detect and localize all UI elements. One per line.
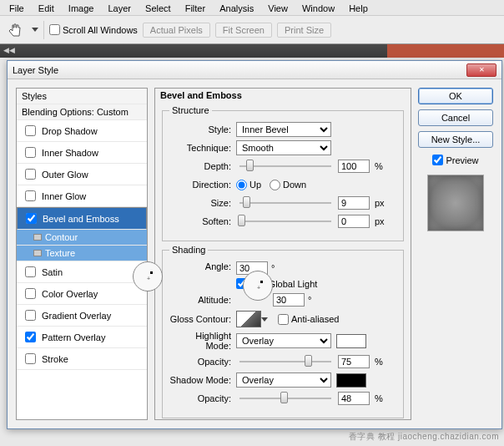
style-texture-sub[interactable]: Texture xyxy=(17,246,147,261)
menu-edit[interactable]: Edit xyxy=(33,2,60,15)
shading-group: Shading Angle: ° Use Global Light + xyxy=(162,245,404,418)
size-input[interactable] xyxy=(338,196,370,210)
depth-input[interactable] xyxy=(338,160,370,173)
size-label: Size: xyxy=(169,198,236,208)
actual-pixels-button[interactable]: Actual Pixels xyxy=(143,23,210,38)
scroll-all-windows-label: Scroll All Windows xyxy=(63,25,138,35)
satin-checkbox[interactable] xyxy=(25,266,36,277)
styles-header[interactable]: Styles xyxy=(17,89,147,104)
highlight-opacity-input[interactable] xyxy=(338,355,370,368)
highlight-color-swatch[interactable] xyxy=(336,334,366,348)
menu-view[interactable]: View xyxy=(262,2,294,15)
shadow-opacity-slider[interactable] xyxy=(239,398,331,399)
size-slider[interactable] xyxy=(239,202,331,204)
angle-dial[interactable]: + xyxy=(133,261,163,291)
scroll-all-windows-checkbox[interactable] xyxy=(49,24,60,35)
cancel-button[interactable]: Cancel xyxy=(418,109,493,126)
pattern-overlay-checkbox[interactable] xyxy=(25,332,36,342)
doc-prev-icon[interactable]: ◀◀ xyxy=(0,45,18,55)
structure-legend: Structure xyxy=(169,105,212,115)
highlight-opacity-slider[interactable] xyxy=(239,361,331,362)
menu-image[interactable]: Image xyxy=(63,2,100,15)
structure-group: Structure Style: Inner Bevel Technique: … xyxy=(162,105,404,241)
texture-icon xyxy=(33,250,42,256)
gradient-overlay-checkbox[interactable] xyxy=(25,310,36,321)
style-contour-sub[interactable]: Contour xyxy=(17,230,147,246)
gloss-dropdown-icon[interactable] xyxy=(261,317,268,322)
direction-label: Direction: xyxy=(169,180,236,190)
inner-shadow-checkbox[interactable] xyxy=(25,147,36,158)
panel-title: Bevel and Emboss xyxy=(155,89,411,102)
bevel-emboss-checkbox[interactable] xyxy=(26,213,37,224)
style-stroke[interactable]: Stroke xyxy=(17,348,147,370)
shadow-mode-select[interactable]: Overlay xyxy=(236,373,331,388)
layer-style-dialog: Layer Style ✕ Styles Blending Options: C… xyxy=(7,60,502,429)
outer-glow-checkbox[interactable] xyxy=(25,169,36,180)
doc-tab-strip xyxy=(387,44,504,58)
size-unit: px xyxy=(375,198,385,208)
soften-input[interactable] xyxy=(338,215,370,228)
highlight-opacity-label: Opacity: xyxy=(169,357,236,367)
style-gradient-overlay[interactable]: Gradient Overlay xyxy=(17,305,147,327)
new-style-button[interactable]: New Style... xyxy=(418,131,493,148)
menu-analysis[interactable]: Analysis xyxy=(214,2,260,15)
shadow-mode-label: Shadow Mode: xyxy=(169,375,236,385)
style-select[interactable]: Inner Bevel xyxy=(236,122,331,137)
close-icon[interactable]: ✕ xyxy=(466,63,496,77)
stroke-checkbox[interactable] xyxy=(25,353,36,364)
style-inner-shadow[interactable]: Inner Shadow xyxy=(17,142,147,164)
preview-checkbox[interactable] xyxy=(432,155,443,165)
shadow-opacity-input[interactable] xyxy=(338,392,370,405)
menu-file[interactable]: File xyxy=(3,2,30,15)
color-overlay-checkbox[interactable] xyxy=(25,288,36,299)
print-size-button[interactable]: Print Size xyxy=(277,23,331,38)
style-drop-shadow[interactable]: Drop Shadow xyxy=(17,120,147,142)
drop-shadow-checkbox[interactable] xyxy=(25,125,36,136)
angle-label: Angle: xyxy=(169,261,236,271)
preview-label: Preview xyxy=(446,155,478,165)
technique-select[interactable]: Smooth xyxy=(236,140,331,155)
tool-dropdown-icon[interactable] xyxy=(32,28,38,32)
altitude-label: Altitude: xyxy=(169,295,236,305)
style-outer-glow[interactable]: Outer Glow xyxy=(17,164,147,185)
style-satin[interactable]: Satin xyxy=(17,261,147,283)
contour-icon xyxy=(33,234,42,241)
style-pattern-overlay[interactable]: Pattern Overlay xyxy=(17,327,147,348)
angle-altitude-dial[interactable]: + xyxy=(243,271,273,301)
depth-slider[interactable] xyxy=(239,165,331,167)
soften-slider[interactable] xyxy=(239,220,331,222)
styles-list: Styles Blending Options: Custom Drop Sha… xyxy=(16,88,148,420)
anti-aliased-checkbox[interactable] xyxy=(278,314,289,325)
altitude-input[interactable] xyxy=(273,293,305,307)
hand-tool-icon[interactable] xyxy=(5,21,27,39)
angle-unit: ° xyxy=(271,263,275,273)
ok-button[interactable]: OK xyxy=(418,88,493,104)
soften-unit: px xyxy=(375,216,385,226)
fit-screen-button[interactable]: Fit Screen xyxy=(215,23,272,38)
style-inner-glow[interactable]: Inner Glow xyxy=(17,185,147,207)
bevel-panel: Bevel and Emboss Structure Style: Inner … xyxy=(154,88,411,420)
direction-down-radio[interactable] xyxy=(270,180,280,190)
depth-unit: % xyxy=(375,161,383,171)
menu-layer[interactable]: Layer xyxy=(102,2,137,15)
highlight-mode-select[interactable]: Overlay xyxy=(236,333,331,348)
style-bevel-emboss[interactable]: Bevel and Emboss xyxy=(17,207,147,230)
anti-aliased-label: Anti-aliased xyxy=(291,314,339,324)
altitude-unit: ° xyxy=(308,295,311,305)
blending-options-item[interactable]: Blending Options: Custom xyxy=(17,104,147,120)
menu-filter[interactable]: Filter xyxy=(179,2,211,15)
menu-help[interactable]: Help xyxy=(343,2,374,15)
direction-up-radio[interactable] xyxy=(236,180,247,190)
preview-thumbnail xyxy=(427,175,484,231)
highlight-mode-label: Highlight Mode: xyxy=(169,331,236,351)
style-color-overlay[interactable]: Color Overlay xyxy=(17,283,147,305)
menu-window[interactable]: Window xyxy=(296,2,340,15)
soften-label: Soften: xyxy=(169,216,236,226)
technique-label: Technique: xyxy=(169,143,236,153)
gloss-contour-picker[interactable] xyxy=(236,311,261,327)
inner-glow-checkbox[interactable] xyxy=(25,190,36,201)
shadow-opacity-label: Opacity: xyxy=(169,393,236,403)
style-label: Style: xyxy=(169,124,236,134)
shadow-color-swatch[interactable] xyxy=(336,373,366,388)
menu-select[interactable]: Select xyxy=(139,2,177,15)
